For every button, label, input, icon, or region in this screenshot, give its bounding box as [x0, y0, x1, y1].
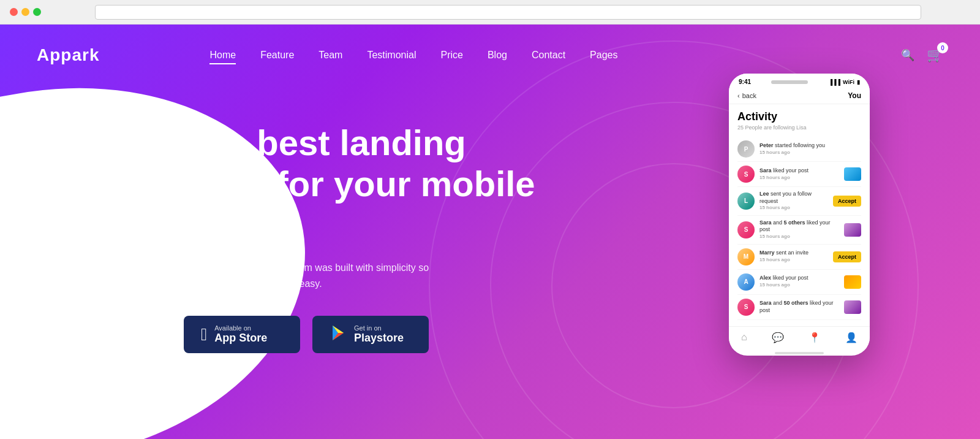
activity-text: Peter started following you 15 hours ago — [760, 142, 861, 156]
activity-time: 15 hours ago — [760, 282, 839, 288]
activity-text: Alex liked your post 15 hours ago — [760, 275, 839, 288]
location-icon[interactable]: 📍 — [809, 332, 821, 343]
hero-title: The best landing page for your mobile ap… — [184, 123, 539, 245]
playstore-text: Get in on Playstore — [354, 324, 404, 345]
signal-icon: ▐▐▐ — [829, 79, 840, 85]
maximize-dot[interactable] — [33, 8, 41, 16]
cart-wrapper[interactable]: 🛒 0 — [927, 47, 943, 63]
nav-links: Home Feature Team Testimonial Price Blog… — [209, 50, 901, 61]
activity-name: Sara — [760, 220, 772, 226]
activity-item: A Alex liked your post 15 hours ago — [737, 270, 861, 295]
nav-link-price[interactable]: Price — [440, 50, 462, 61]
playstore-large-label: Playstore — [354, 332, 404, 345]
activity-thumbnail — [844, 275, 861, 289]
hero-subtitle: Our cloud computing platform was built w… — [184, 260, 466, 291]
appstore-text: Available on App Store — [214, 324, 267, 345]
activity-section-title: Activity — [737, 110, 861, 123]
activity-time: 15 hours ago — [760, 234, 839, 240]
nav-link-blog[interactable]: Blog — [488, 50, 507, 61]
activity-text: Sara and 5 others liked your post 15 hou… — [760, 220, 839, 240]
phone-status-bar: 9:41 ▐▐▐ WiFi ▮ — [729, 74, 870, 88]
nav-link-contact[interactable]: Contact — [532, 50, 565, 61]
battery-icon: ▮ — [857, 79, 860, 85]
close-dot[interactable] — [10, 8, 18, 16]
activity-text: Lee sent you a follow request 15 hours a… — [760, 191, 828, 212]
avatar: S — [737, 166, 755, 183]
apple-icon:  — [201, 326, 207, 343]
activity-item: P Peter started following you 15 hours a… — [737, 137, 861, 162]
nav-link-testimonial[interactable]: Testimonial — [367, 50, 416, 61]
avatar: S — [737, 299, 755, 316]
phone-back-button[interactable]: ‹ back — [737, 92, 756, 99]
avatar: P — [737, 140, 755, 158]
activity-time: 15 hours ago — [760, 205, 828, 211]
activity-item: M Marry sent an invite 15 hours ago Acce… — [737, 245, 861, 270]
accept-button[interactable]: Accept — [833, 251, 861, 262]
activity-time: 15 hours ago — [760, 175, 839, 181]
main-page: Appark Home Feature Team Testimonial Pri… — [0, 25, 980, 439]
address-bar[interactable] — [95, 5, 921, 20]
activity-count: 50 others — [784, 300, 809, 306]
activity-thumbnail — [844, 167, 861, 181]
phone-time: 9:41 — [739, 78, 751, 85]
nav-link-feature[interactable]: Feature — [260, 50, 294, 61]
activity-item: S Sara liked your post 15 hours ago — [737, 162, 861, 187]
phone-mockup: 9:41 ▐▐▐ WiFi ▮ ‹ back You Activity 25 — [729, 74, 870, 356]
profile-icon[interactable]: 👤 — [845, 332, 858, 343]
playstore-button[interactable]: Get in on Playstore — [312, 316, 429, 353]
activity-text: Sara and 50 others liked your post — [760, 300, 839, 314]
home-indicator — [775, 352, 824, 354]
activity-item: S Sara and 5 others liked your post 15 h… — [737, 216, 861, 245]
activity-name: Marry — [760, 250, 775, 256]
appstore-button[interactable]:  Available on App Store — [184, 316, 300, 353]
appstore-small-label: Available on — [214, 324, 267, 332]
browser-chrome — [0, 0, 980, 25]
activity-name: Sara — [760, 300, 772, 306]
phone-bottom-nav: ⌂ 💬 📍 👤 — [729, 326, 870, 349]
nav-link-team[interactable]: Team — [318, 50, 342, 61]
activity-time: 15 hours ago — [760, 257, 828, 263]
phone-status-icons: ▐▐▐ WiFi ▮ — [829, 79, 860, 85]
activity-section-sub: 25 People are following Lisa — [737, 124, 861, 131]
phone-notch — [771, 80, 808, 84]
nav-link-home[interactable]: Home — [209, 50, 236, 61]
phone-mockup-area: 9:41 ▐▐▐ WiFi ▮ ‹ back You Activity 25 — [729, 74, 870, 356]
activity-text: Marry sent an invite 15 hours ago — [760, 250, 828, 263]
home-icon[interactable]: ⌂ — [741, 332, 747, 343]
phone-screen-title: You — [848, 91, 861, 100]
nav-icons: 🔍 🛒 0 — [901, 47, 943, 63]
hero-text: The best landing page for your mobile ap… — [184, 110, 539, 353]
activity-thumbnail — [844, 300, 861, 314]
search-icon[interactable]: 🔍 — [901, 48, 914, 62]
accept-button[interactable]: Accept — [833, 196, 861, 207]
activity-count: 5 others — [784, 220, 805, 226]
playstore-small-label: Get in on — [354, 324, 404, 332]
cta-buttons:  Available on App Store — [184, 316, 539, 353]
activity-name: Sara — [760, 167, 772, 174]
avatar: A — [737, 273, 755, 291]
activity-text: Sara liked your post 15 hours ago — [760, 167, 839, 181]
avatar: S — [737, 221, 755, 239]
back-label: back — [742, 92, 756, 99]
activity-name: Alex — [760, 275, 771, 281]
activity-time: 15 hours ago — [760, 150, 861, 156]
activity-item: L Lee sent you a follow request 15 hours… — [737, 187, 861, 216]
playstore-icon — [330, 324, 347, 345]
appstore-large-label: App Store — [214, 332, 267, 345]
avatar: M — [737, 248, 755, 265]
activity-item: S Sara and 50 others liked your post — [737, 295, 861, 320]
minimize-dot[interactable] — [21, 8, 29, 16]
wifi-icon: WiFi — [843, 79, 854, 85]
cart-badge: 0 — [937, 42, 948, 53]
back-chevron-icon: ‹ — [737, 92, 740, 99]
activity-name: Lee — [760, 191, 769, 197]
activity-thumbnail — [844, 223, 861, 237]
activity-name: Peter — [760, 142, 774, 148]
chat-icon[interactable]: 💬 — [772, 332, 784, 343]
phone-content: Activity 25 People are following Lisa P … — [729, 104, 870, 326]
avatar: L — [737, 193, 755, 210]
phone-nav-bar: ‹ back You — [729, 88, 870, 104]
traffic-lights — [10, 8, 41, 16]
nav-link-pages[interactable]: Pages — [590, 50, 617, 61]
logo[interactable]: Appark — [37, 45, 99, 65]
